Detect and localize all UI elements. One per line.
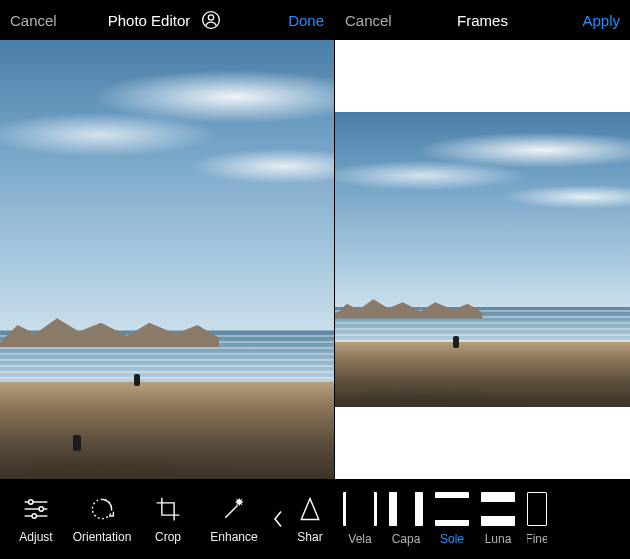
editor-toolbar: Adjust Orientation Crop xyxy=(0,479,334,559)
adjust-icon xyxy=(21,494,51,524)
frame-option-vela[interactable]: Vela xyxy=(343,492,377,546)
editor-canvas[interactable] xyxy=(0,40,334,479)
photo-framed xyxy=(335,112,630,407)
frames-title: Frames xyxy=(457,12,508,29)
frames-pane: Cancel Frames Apply xyxy=(335,0,630,559)
sharpen-icon xyxy=(295,494,325,524)
apply-button[interactable]: Apply xyxy=(566,12,620,29)
profile-icon[interactable] xyxy=(196,5,226,35)
frames-header: Cancel Frames Apply xyxy=(335,0,630,40)
chevron-left-icon xyxy=(272,505,284,533)
editor-pane: Cancel Photo Editor Done xyxy=(0,0,335,559)
svg-point-5 xyxy=(39,507,43,511)
cancel-button[interactable]: Cancel xyxy=(10,12,64,29)
done-button[interactable]: Done xyxy=(270,12,324,29)
frame-option-sole[interactable]: Sole xyxy=(435,492,469,546)
crop-icon xyxy=(153,494,183,524)
svg-point-3 xyxy=(29,500,33,504)
frame-swatch-fine xyxy=(527,492,547,526)
frame-option-fine[interactable]: Fine xyxy=(527,492,547,546)
tool-enhance[interactable]: Enhance xyxy=(202,494,266,544)
frames-strip: Vela Capa Sole Luna Fine xyxy=(335,479,630,559)
frames-cancel-button[interactable]: Cancel xyxy=(345,12,399,29)
frame-option-luna[interactable]: Luna xyxy=(481,492,515,546)
frame-swatch-vela xyxy=(343,492,377,526)
photo xyxy=(0,40,334,479)
frame-swatch-luna xyxy=(481,492,515,526)
frame-swatch-capa xyxy=(389,492,423,526)
editor-header: Cancel Photo Editor Done xyxy=(0,0,334,40)
frame-option-capa[interactable]: Capa xyxy=(389,492,423,546)
enhance-icon xyxy=(219,494,249,524)
editor-title: Photo Editor xyxy=(108,5,227,35)
tool-adjust[interactable]: Adjust xyxy=(4,494,68,544)
frames-canvas[interactable] xyxy=(335,40,630,479)
toolbar-scroll-indicator[interactable] xyxy=(268,479,288,559)
svg-point-7 xyxy=(32,514,36,518)
frame-swatch-sole xyxy=(435,492,469,526)
tool-sharpen[interactable]: Shar xyxy=(290,494,330,544)
tool-crop[interactable]: Crop xyxy=(136,494,200,544)
tool-orientation[interactable]: Orientation xyxy=(70,494,134,544)
svg-point-1 xyxy=(209,15,214,20)
frame-preview xyxy=(335,40,630,479)
orientation-icon xyxy=(87,494,117,524)
